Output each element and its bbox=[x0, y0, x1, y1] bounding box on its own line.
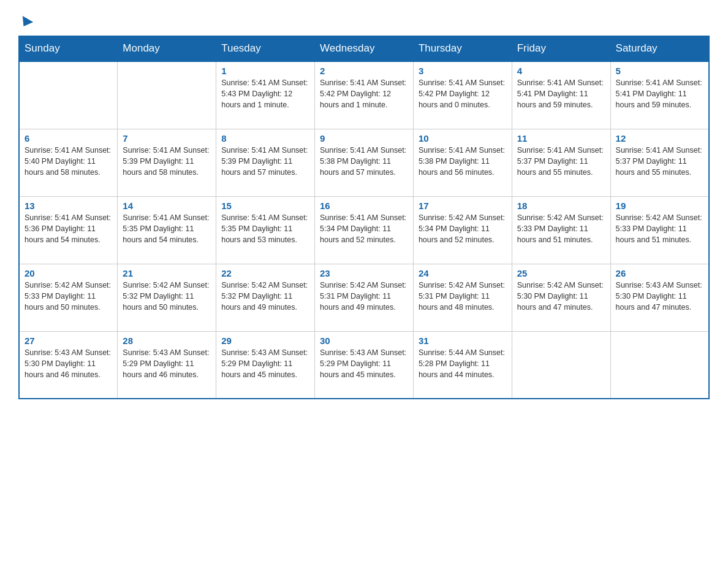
day-number: 28 bbox=[123, 335, 211, 346]
calendar-cell: 10Sunrise: 5:41 AM Sunset: 5:38 PM Dayli… bbox=[413, 129, 512, 196]
day-number: 17 bbox=[419, 201, 507, 211]
day-header-thursday: Thursday bbox=[413, 36, 512, 62]
calendar-cell: 19Sunrise: 5:42 AM Sunset: 5:33 PM Dayli… bbox=[610, 196, 709, 264]
calendar-cell: 2Sunrise: 5:41 AM Sunset: 5:42 PM Daylig… bbox=[315, 61, 414, 129]
day-info: Sunrise: 5:44 AM Sunset: 5:28 PM Dayligh… bbox=[419, 347, 507, 380]
calendar-cell: 26Sunrise: 5:43 AM Sunset: 5:30 PM Dayli… bbox=[610, 264, 709, 331]
day-number: 27 bbox=[25, 335, 112, 346]
calendar-cell: 29Sunrise: 5:43 AM Sunset: 5:29 PM Dayli… bbox=[216, 331, 315, 399]
calendar-cell: 14Sunrise: 5:41 AM Sunset: 5:35 PM Dayli… bbox=[118, 196, 216, 264]
day-number: 13 bbox=[25, 201, 112, 211]
day-number: 16 bbox=[320, 201, 408, 211]
day-info: Sunrise: 5:43 AM Sunset: 5:29 PM Dayligh… bbox=[221, 347, 309, 380]
day-number: 5 bbox=[616, 66, 703, 76]
day-info: Sunrise: 5:42 AM Sunset: 5:32 PM Dayligh… bbox=[123, 280, 211, 313]
calendar-cell: 7Sunrise: 5:41 AM Sunset: 5:39 PM Daylig… bbox=[118, 129, 216, 196]
logo bbox=[18, 12, 32, 29]
day-number: 6 bbox=[25, 133, 112, 144]
day-number: 22 bbox=[221, 268, 309, 278]
day-info: Sunrise: 5:41 AM Sunset: 5:42 PM Dayligh… bbox=[419, 77, 507, 110]
day-info: Sunrise: 5:41 AM Sunset: 5:35 PM Dayligh… bbox=[123, 212, 211, 245]
calendar-cell: 15Sunrise: 5:41 AM Sunset: 5:35 PM Dayli… bbox=[216, 196, 315, 264]
day-info: Sunrise: 5:41 AM Sunset: 5:38 PM Dayligh… bbox=[419, 145, 507, 178]
calendar-cell: 28Sunrise: 5:43 AM Sunset: 5:29 PM Dayli… bbox=[118, 331, 216, 399]
day-header-monday: Monday bbox=[118, 36, 216, 62]
day-info: Sunrise: 5:43 AM Sunset: 5:29 PM Dayligh… bbox=[123, 347, 211, 380]
day-info: Sunrise: 5:41 AM Sunset: 5:37 PM Dayligh… bbox=[517, 145, 605, 178]
day-info: Sunrise: 5:43 AM Sunset: 5:30 PM Dayligh… bbox=[25, 347, 112, 380]
day-header-friday: Friday bbox=[512, 36, 610, 62]
day-info: Sunrise: 5:41 AM Sunset: 5:39 PM Dayligh… bbox=[123, 145, 211, 178]
day-number: 9 bbox=[320, 133, 408, 144]
day-number: 18 bbox=[517, 201, 605, 211]
day-info: Sunrise: 5:42 AM Sunset: 5:33 PM Dayligh… bbox=[616, 212, 703, 245]
day-number: 25 bbox=[517, 268, 605, 278]
logo-general-row bbox=[18, 12, 32, 29]
day-header-saturday: Saturday bbox=[610, 36, 709, 62]
day-number: 31 bbox=[419, 335, 507, 346]
calendar-cell: 18Sunrise: 5:42 AM Sunset: 5:33 PM Dayli… bbox=[512, 196, 610, 264]
calendar-cell: 23Sunrise: 5:42 AM Sunset: 5:31 PM Dayli… bbox=[315, 264, 414, 331]
day-number: 10 bbox=[419, 133, 507, 144]
day-info: Sunrise: 5:42 AM Sunset: 5:33 PM Dayligh… bbox=[25, 280, 112, 313]
day-number: 23 bbox=[320, 268, 408, 278]
week-row-1: 1Sunrise: 5:41 AM Sunset: 5:43 PM Daylig… bbox=[19, 61, 709, 129]
header-row: SundayMondayTuesdayWednesdayThursdayFrid… bbox=[19, 36, 709, 62]
calendar-cell: 8Sunrise: 5:41 AM Sunset: 5:39 PM Daylig… bbox=[216, 129, 315, 196]
calendar-cell: 4Sunrise: 5:41 AM Sunset: 5:41 PM Daylig… bbox=[512, 61, 610, 129]
day-number: 14 bbox=[123, 201, 211, 211]
day-number: 21 bbox=[123, 268, 211, 278]
calendar-cell: 9Sunrise: 5:41 AM Sunset: 5:38 PM Daylig… bbox=[315, 129, 414, 196]
day-number: 30 bbox=[320, 335, 408, 346]
day-info: Sunrise: 5:41 AM Sunset: 5:42 PM Dayligh… bbox=[320, 77, 408, 110]
calendar-table: SundayMondayTuesdayWednesdayThursdayFrid… bbox=[18, 36, 710, 399]
calendar-cell: 30Sunrise: 5:43 AM Sunset: 5:29 PM Dayli… bbox=[315, 331, 414, 399]
day-info: Sunrise: 5:41 AM Sunset: 5:38 PM Dayligh… bbox=[320, 145, 408, 178]
calendar-cell: 25Sunrise: 5:42 AM Sunset: 5:30 PM Dayli… bbox=[512, 264, 610, 331]
day-info: Sunrise: 5:43 AM Sunset: 5:30 PM Dayligh… bbox=[616, 280, 703, 313]
calendar-cell: 3Sunrise: 5:41 AM Sunset: 5:42 PM Daylig… bbox=[413, 61, 512, 129]
day-info: Sunrise: 5:41 AM Sunset: 5:34 PM Dayligh… bbox=[320, 212, 408, 245]
day-number: 15 bbox=[221, 201, 309, 211]
day-info: Sunrise: 5:42 AM Sunset: 5:31 PM Dayligh… bbox=[320, 280, 408, 313]
calendar-cell: 1Sunrise: 5:41 AM Sunset: 5:43 PM Daylig… bbox=[216, 61, 315, 129]
week-row-4: 20Sunrise: 5:42 AM Sunset: 5:33 PM Dayli… bbox=[19, 264, 709, 331]
day-number: 24 bbox=[419, 268, 507, 278]
day-number: 20 bbox=[25, 268, 112, 278]
week-row-2: 6Sunrise: 5:41 AM Sunset: 5:40 PM Daylig… bbox=[19, 129, 709, 196]
day-info: Sunrise: 5:43 AM Sunset: 5:29 PM Dayligh… bbox=[320, 347, 408, 380]
day-number: 4 bbox=[517, 66, 605, 76]
calendar-cell: 12Sunrise: 5:41 AM Sunset: 5:37 PM Dayli… bbox=[610, 129, 709, 196]
page-header bbox=[18, 12, 710, 29]
day-number: 11 bbox=[517, 133, 605, 144]
calendar-cell: 22Sunrise: 5:42 AM Sunset: 5:32 PM Dayli… bbox=[216, 264, 315, 331]
day-info: Sunrise: 5:42 AM Sunset: 5:33 PM Dayligh… bbox=[517, 212, 605, 245]
day-number: 8 bbox=[221, 133, 309, 144]
calendar-cell: 13Sunrise: 5:41 AM Sunset: 5:36 PM Dayli… bbox=[19, 196, 118, 264]
day-header-sunday: Sunday bbox=[19, 36, 118, 62]
calendar-cell: 27Sunrise: 5:43 AM Sunset: 5:30 PM Dayli… bbox=[19, 331, 118, 399]
calendar-cell bbox=[610, 331, 709, 399]
calendar-cell: 11Sunrise: 5:41 AM Sunset: 5:37 PM Dayli… bbox=[512, 129, 610, 196]
calendar-cell: 20Sunrise: 5:42 AM Sunset: 5:33 PM Dayli… bbox=[19, 264, 118, 331]
day-number: 3 bbox=[419, 66, 507, 76]
week-row-5: 27Sunrise: 5:43 AM Sunset: 5:30 PM Dayli… bbox=[19, 331, 709, 399]
day-number: 29 bbox=[221, 335, 309, 346]
day-info: Sunrise: 5:42 AM Sunset: 5:32 PM Dayligh… bbox=[221, 280, 309, 313]
day-info: Sunrise: 5:41 AM Sunset: 5:36 PM Dayligh… bbox=[25, 212, 112, 245]
day-number: 12 bbox=[616, 133, 703, 144]
day-header-wednesday: Wednesday bbox=[315, 36, 414, 62]
calendar-cell: 17Sunrise: 5:42 AM Sunset: 5:34 PM Dayli… bbox=[413, 196, 512, 264]
day-info: Sunrise: 5:42 AM Sunset: 5:34 PM Dayligh… bbox=[419, 212, 507, 245]
week-row-3: 13Sunrise: 5:41 AM Sunset: 5:36 PM Dayli… bbox=[19, 196, 709, 264]
calendar-cell: 6Sunrise: 5:41 AM Sunset: 5:40 PM Daylig… bbox=[19, 129, 118, 196]
day-info: Sunrise: 5:42 AM Sunset: 5:31 PM Dayligh… bbox=[419, 280, 507, 313]
calendar-cell: 24Sunrise: 5:42 AM Sunset: 5:31 PM Dayli… bbox=[413, 264, 512, 331]
calendar-cell: 21Sunrise: 5:42 AM Sunset: 5:32 PM Dayli… bbox=[118, 264, 216, 331]
day-number: 1 bbox=[221, 66, 309, 76]
day-info: Sunrise: 5:41 AM Sunset: 5:37 PM Dayligh… bbox=[616, 145, 703, 178]
day-number: 2 bbox=[320, 66, 408, 76]
day-info: Sunrise: 5:41 AM Sunset: 5:41 PM Dayligh… bbox=[517, 77, 605, 110]
day-info: Sunrise: 5:41 AM Sunset: 5:35 PM Dayligh… bbox=[221, 212, 309, 245]
day-number: 7 bbox=[123, 133, 211, 144]
